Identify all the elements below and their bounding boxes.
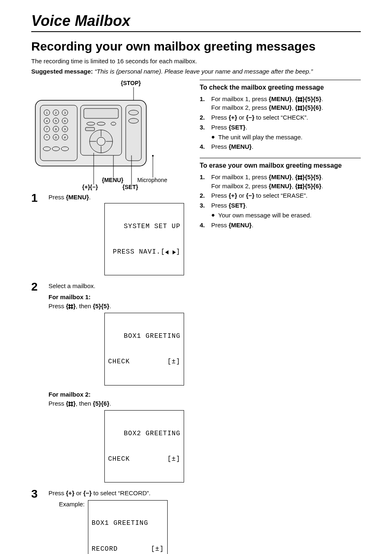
microphone-label: Microphone	[137, 177, 167, 183]
svg-point-27	[52, 147, 60, 151]
svg-text:4: 4	[46, 119, 48, 123]
svg-rect-30	[84, 108, 118, 118]
divider	[200, 158, 361, 158]
svg-point-43	[129, 118, 138, 123]
svg-point-31	[87, 122, 95, 125]
svg-text:6: 6	[64, 119, 66, 123]
example-label: Example:	[48, 499, 85, 508]
intro-text: The recording time is limited to 16 seco…	[31, 57, 361, 65]
menu-label: {MENU}	[102, 177, 123, 183]
suggested-message: Suggested message: “This is (personal na…	[31, 68, 361, 75]
plus-minus-label: {+}{−}	[82, 184, 98, 190]
section-title: Recording your own mailbox greeting mess…	[31, 39, 361, 54]
svg-point-28	[61, 147, 69, 151]
svg-text:2: 2	[55, 111, 57, 115]
check-heading: To check the mailbox greeting message	[200, 83, 361, 92]
svg-text:8: 8	[55, 127, 57, 131]
svg-point-26	[43, 147, 51, 151]
svg-point-49	[152, 155, 154, 157]
svg-text:#: #	[64, 136, 66, 139]
svg-text:3: 3	[64, 111, 66, 115]
step-number: 1	[31, 192, 44, 278]
divider	[200, 80, 361, 80]
svg-point-42	[129, 110, 138, 115]
erase-heading: To erase your own mailbox greeting messa…	[200, 162, 361, 170]
lcd-box2: BOX2 GREETING CHECK[±]	[104, 410, 184, 482]
step-2: 2 Select a mailbox. For mailbox 1: Press…	[31, 282, 186, 485]
svg-point-33	[111, 122, 116, 125]
svg-text:9: 9	[64, 127, 66, 131]
suggested-text: “This is (personal name). Please leave y…	[95, 68, 313, 75]
mailbox-1-line: Press {}, then {5}{5}.	[48, 302, 186, 310]
stop-label: {STOP}	[121, 80, 141, 86]
lcd-box1: BOX1 GREETING CHECK[±]	[104, 313, 184, 385]
step-3: 3 Press {+} or {−} to select “RECORD”. E…	[31, 489, 186, 554]
mailbox-1-head: For mailbox 1:	[48, 293, 186, 301]
erase-steps: 1. For mailbox 1, press {MENU}, {}{5}{5}…	[200, 173, 361, 230]
check-steps: 1. For mailbox 1, press {MENU}, {}{5}{5}…	[200, 95, 361, 152]
lcd-systemset: SYSTEM SET UP PRESS NAVI.[ ]	[104, 203, 184, 275]
svg-point-32	[97, 122, 105, 125]
chapter-title: Voice Mailbox	[31, 12, 361, 30]
step-number: 3	[31, 488, 44, 554]
step-2-text: Select a mailbox.	[48, 282, 186, 290]
mailbox-2-head: For mailbox 2:	[48, 390, 186, 399]
step-1-text: Press	[48, 194, 66, 201]
step-number: 2	[31, 281, 44, 485]
svg-text:7: 7	[46, 127, 48, 131]
svg-rect-40	[85, 127, 95, 131]
device-illustration: 123 456 789 *0#	[31, 80, 186, 191]
mailbox-2-line: Press {}, then {5}{6}.	[48, 399, 186, 408]
suggested-label: Suggested message:	[31, 68, 93, 75]
svg-text:1: 1	[46, 111, 48, 115]
svg-marker-50	[165, 250, 168, 254]
set-label: {SET}	[122, 184, 138, 190]
svg-text:*: *	[46, 136, 47, 139]
svg-text:0: 0	[55, 136, 57, 139]
svg-text:5: 5	[55, 119, 57, 123]
lcd-record: BOX1 GREETING RECORD[±]	[88, 500, 168, 554]
svg-point-35	[97, 137, 105, 145]
step-1: 1 Press {MENU}. SYSTEM SET UP PRESS NAVI…	[31, 193, 186, 278]
divider	[31, 31, 361, 32]
